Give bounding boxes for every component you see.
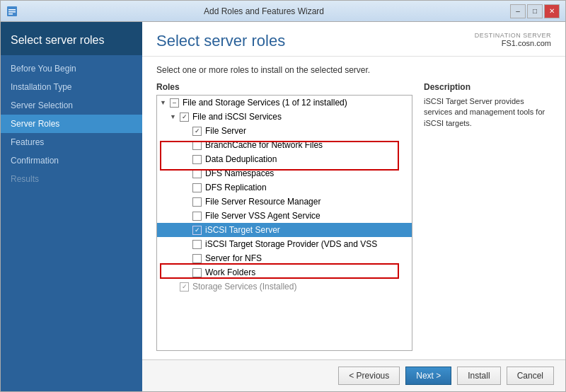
- role-checkbox[interactable]: ✓: [192, 127, 202, 136]
- destination-server-label: DESTINATION SERVER: [475, 32, 551, 39]
- main-body: Select one or more roles to install on t…: [142, 57, 565, 359]
- list-item[interactable]: Work Folders: [157, 265, 412, 279]
- previous-button[interactable]: < Previous: [338, 367, 400, 385]
- role-name: iSCSI Target Server: [205, 225, 280, 235]
- content-area: Select server roles Before You Begin Ins…: [1, 22, 565, 391]
- role-name: BranchCache for Network Files: [205, 140, 323, 150]
- role-checkbox[interactable]: [192, 268, 202, 277]
- roles-area: Roles ▼ – File and Storage Services (: [156, 82, 551, 351]
- maximize-button[interactable]: □: [527, 4, 543, 18]
- role-checkbox[interactable]: [192, 240, 202, 249]
- window-icon: [6, 6, 18, 17]
- svg-rect-1: [8, 9, 16, 11]
- sidebar-item-features[interactable]: Features: [1, 133, 142, 151]
- svg-rect-2: [8, 11, 16, 13]
- role-name: File Server Resource Manager: [205, 197, 320, 207]
- role-checkbox[interactable]: ✓: [180, 113, 189, 122]
- cancel-button[interactable]: Cancel: [507, 367, 554, 385]
- list-item[interactable]: Server for NFS: [157, 251, 412, 265]
- sidebar-item-installation-type[interactable]: Installation Type: [1, 78, 142, 96]
- main-panel: Select server roles DESTINATION SERVER F…: [142, 22, 565, 391]
- description-label: Description: [424, 82, 551, 92]
- role-name: DFS Namespaces: [205, 168, 274, 178]
- role-checkbox[interactable]: [192, 169, 202, 178]
- destination-server-name: FS1.cosn.com: [475, 39, 551, 47]
- window-controls: – □ ✕: [510, 4, 560, 18]
- role-checkbox[interactable]: [192, 155, 202, 164]
- sidebar-item-server-roles[interactable]: Server Roles: [1, 115, 142, 133]
- role-checkbox[interactable]: [192, 254, 202, 263]
- role-checkbox[interactable]: ✓: [192, 226, 202, 235]
- roles-list[interactable]: ▼ – File and Storage Services (1 of 12 i…: [157, 96, 412, 350]
- list-item[interactable]: ▼ – File and Storage Services (1 of 12 i…: [157, 96, 412, 110]
- list-item[interactable]: ▼ ✓ File and iSCSI Services: [157, 110, 412, 124]
- instruction-text: Select one or more roles to install on t…: [156, 65, 551, 75]
- role-checkbox[interactable]: –: [170, 98, 179, 108]
- title-bar: Add Roles and Features Wizard – □ ✕: [1, 1, 565, 22]
- wizard-window: Add Roles and Features Wizard – □ ✕ Sele…: [0, 0, 566, 392]
- role-name: Data Deduplication: [205, 154, 277, 164]
- sidebar-item-confirmation[interactable]: Confirmation: [1, 151, 142, 170]
- role-checkbox[interactable]: [192, 197, 202, 207]
- role-name: Server for NFS: [205, 253, 262, 263]
- page-title: Select server roles: [156, 32, 285, 50]
- roles-panel: Roles ▼ – File and Storage Services (: [156, 82, 412, 351]
- list-item[interactable]: ✓ iSCSI Target Server: [157, 223, 412, 237]
- list-item[interactable]: BranchCache for Network Files: [157, 138, 412, 152]
- list-item[interactable]: DFS Replication: [157, 180, 412, 195]
- list-item[interactable]: iSCSI Target Storage Provider (VDS and V…: [157, 237, 412, 251]
- role-name: File Server VSS Agent Service: [205, 211, 320, 221]
- minimize-button[interactable]: –: [510, 4, 526, 18]
- description-panel: Description iSCSI Target Server provides…: [424, 82, 551, 351]
- next-button[interactable]: Next >: [405, 367, 451, 385]
- description-text: iSCSI Target Server provides services an…: [424, 96, 551, 129]
- role-name: File and iSCSI Services: [192, 112, 282, 122]
- role-name: Work Folders: [205, 267, 255, 277]
- svg-rect-3: [8, 13, 13, 15]
- role-checkbox[interactable]: [192, 141, 202, 150]
- destination-server-info: DESTINATION SERVER FS1.cosn.com: [475, 32, 551, 47]
- sidebar-nav: Before You Begin Installation Type Serve…: [1, 55, 142, 192]
- expand-icon[interactable]: ▼: [170, 113, 180, 120]
- list-item[interactable]: ✓ File Server: [157, 124, 412, 138]
- install-button[interactable]: Install: [457, 367, 500, 385]
- list-item[interactable]: ✓ Storage Services (Installed): [157, 279, 412, 294]
- role-checkbox[interactable]: [192, 183, 202, 192]
- role-checkbox[interactable]: [192, 212, 202, 221]
- list-item[interactable]: File Server VSS Agent Service: [157, 209, 412, 223]
- main-header: Select server roles DESTINATION SERVER F…: [142, 22, 565, 57]
- role-name: Storage Services (Installed): [192, 282, 296, 292]
- role-checkbox: ✓: [180, 282, 189, 292]
- sidebar-item-before-you-begin[interactable]: Before You Begin: [1, 59, 142, 78]
- list-item[interactable]: Data Deduplication: [157, 152, 412, 166]
- role-name: File Server: [205, 126, 246, 136]
- role-name: DFS Replication: [205, 183, 267, 192]
- expand-icon[interactable]: ▼: [160, 99, 170, 106]
- sidebar-item-server-selection[interactable]: Server Selection: [1, 96, 142, 115]
- sidebar-header: Select server roles: [1, 22, 142, 55]
- sidebar: Select server roles Before You Begin Ins…: [1, 22, 142, 391]
- role-name: iSCSI Target Storage Provider (VDS and V…: [205, 239, 377, 249]
- list-item[interactable]: DFS Namespaces: [157, 166, 412, 180]
- sidebar-item-results: Results: [1, 170, 142, 188]
- roles-label: Roles: [156, 82, 412, 92]
- list-item[interactable]: File Server Resource Manager: [157, 195, 412, 209]
- roles-list-container: ▼ – File and Storage Services (1 of 12 i…: [156, 95, 412, 351]
- role-name: File and Storage Services (1 of 12 insta…: [183, 98, 347, 108]
- footer: < Previous Next > Install Cancel: [142, 359, 565, 391]
- close-button[interactable]: ✕: [544, 4, 560, 18]
- window-title: Add Roles and Features Wizard: [18, 6, 510, 16]
